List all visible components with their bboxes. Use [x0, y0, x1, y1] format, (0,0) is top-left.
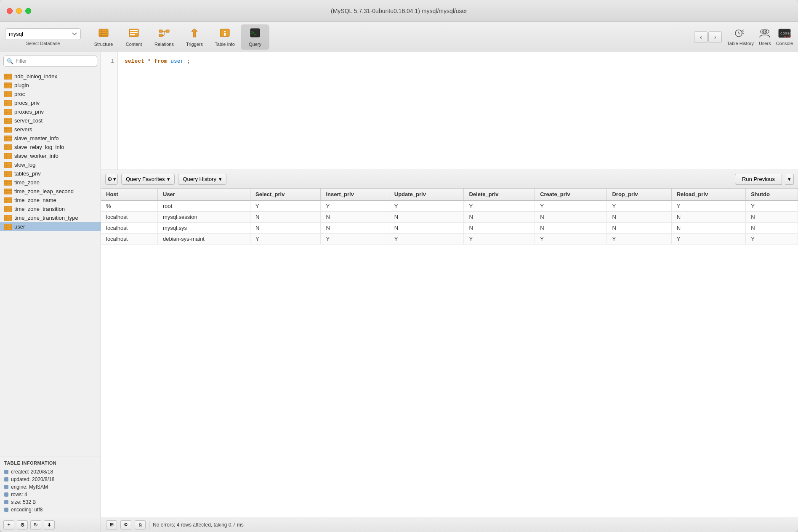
sidebar-item[interactable]: slave_master_info — [0, 134, 101, 143]
sidebar-item-user[interactable]: user — [0, 222, 101, 231]
col-header-insert-priv[interactable]: Insert_priv — [321, 189, 389, 200]
col-header-update-priv[interactable]: Update_priv — [389, 189, 464, 200]
table-info-encoding: encoding: utf8 — [11, 507, 43, 513]
col-header-drop-priv[interactable]: Drop_priv — [607, 189, 671, 200]
run-previous-dropdown-button[interactable]: ▾ — [785, 174, 794, 185]
filter-input[interactable] — [3, 56, 97, 66]
traffic-lights — [7, 8, 31, 14]
sidebar-item-label: slave_worker_info — [14, 153, 59, 159]
col-header-reload-priv[interactable]: Reload_priv — [671, 189, 745, 200]
forward-button[interactable]: › — [708, 31, 722, 43]
results-table-wrap[interactable]: Host User Select_priv Insert_priv Update… — [101, 189, 798, 517]
sidebar-item[interactable]: ndb_binlog_index — [0, 72, 101, 81]
sidebar-item-label: time_zone_leap_second — [14, 188, 74, 194]
db-select[interactable]: mysql — [5, 28, 81, 40]
col-header-select-priv[interactable]: Select_priv — [250, 189, 321, 200]
svg-text:>_: >_ — [251, 31, 257, 35]
svg-rect-7 — [130, 32, 138, 33]
minimize-button[interactable] — [16, 8, 22, 14]
sidebar-item[interactable]: server_cost — [0, 116, 101, 125]
col-header-delete-priv[interactable]: Delete_priv — [464, 189, 535, 200]
run-previous-button[interactable]: Run Previous — [735, 174, 782, 185]
col-header-shutdo[interactable]: Shutdo — [746, 189, 798, 200]
table-info-label: Table Info — [215, 42, 235, 47]
sidebar-list: ndb_binlog_index plugin proc — [0, 70, 101, 457]
table-history-button[interactable]: Table History — [727, 28, 754, 46]
users-button[interactable]: Users — [759, 28, 771, 46]
sidebar-item[interactable]: procs_priv — [0, 98, 101, 107]
query-history-button[interactable]: Query History ▾ — [178, 174, 226, 185]
table-row[interactable]: %rootYYYYYYYY — [101, 200, 798, 212]
db-selector-container: mysql Select Database — [5, 28, 81, 46]
table-row[interactable]: localhostmysql.sessionNNNNNNNN — [101, 212, 798, 223]
col-header-user[interactable]: User — [158, 189, 250, 200]
sidebar-item[interactable]: slave_worker_info — [0, 152, 101, 160]
svg-line-23 — [739, 33, 740, 34]
query-button[interactable]: >_ Query — [241, 24, 269, 50]
table-cell: N — [389, 223, 464, 234]
sidebar-item[interactable]: time_zone_leap_second — [0, 187, 101, 196]
table-icon — [4, 180, 12, 186]
close-button[interactable] — [7, 8, 13, 14]
table-row[interactable]: localhostmysql.sysNNNNNNNN — [101, 223, 798, 234]
structure-button[interactable]: Structure — [89, 24, 118, 50]
sidebar-item[interactable]: slow_log — [0, 160, 101, 169]
table-cell: Y — [607, 200, 671, 212]
col-header-host[interactable]: Host — [101, 189, 158, 200]
status-gear-button[interactable]: ⚙ — [120, 520, 131, 529]
sidebar-item[interactable]: time_zone — [0, 178, 101, 187]
sidebar-item[interactable]: servers — [0, 125, 101, 134]
sidebar-item[interactable]: time_zone_transition_type — [0, 213, 101, 222]
sidebar-item[interactable]: tables_priv — [0, 169, 101, 178]
sidebar-item[interactable]: proxies_priv — [0, 107, 101, 116]
status-export-button[interactable]: ⎘ — [135, 520, 146, 529]
gear-settings-button[interactable]: ⚙ ▾ — [105, 174, 118, 185]
add-table-button[interactable]: ＋ — [3, 520, 14, 529]
back-button[interactable]: ‹ — [694, 31, 708, 43]
content-button[interactable]: Content — [120, 24, 148, 50]
table-cell: Y — [671, 200, 745, 212]
triggers-button[interactable]: Triggers — [180, 24, 209, 50]
content-label: Content — [126, 42, 142, 47]
table-row[interactable]: localhostdebian-sys-maintYYYYYYYY — [101, 234, 798, 245]
table-cell: Y — [535, 234, 607, 245]
sidebar-item[interactable]: proc — [0, 90, 101, 98]
status-image-button[interactable]: ⊞ — [106, 520, 117, 529]
console-button[interactable]: conso le off Console — [776, 28, 793, 46]
table-info-icon — [219, 27, 230, 41]
table-info-button[interactable]: Table Info — [210, 24, 239, 50]
sidebar-item[interactable]: plugin — [0, 81, 101, 90]
table-icon — [4, 153, 12, 159]
table-cell: Y — [464, 234, 535, 245]
table-cell: Y — [250, 234, 321, 245]
settings-button[interactable]: ⚙ — [17, 520, 28, 529]
svg-rect-58 — [4, 127, 12, 133]
refresh-button[interactable]: ↻ — [30, 520, 41, 529]
table-cell: Y — [389, 200, 464, 212]
filter-icon: 🔍 — [7, 58, 13, 64]
table-icon — [4, 136, 12, 141]
relations-button[interactable]: Relations — [150, 24, 178, 50]
sidebar-item-label: time_zone — [14, 179, 40, 186]
sidebar-item-label: slave_master_info — [14, 135, 59, 141]
query-textarea[interactable]: select * from user ; — [118, 52, 798, 170]
sidebar-item-label: time_zone_transition — [14, 206, 65, 212]
sidebar-item[interactable]: time_zone_name — [0, 196, 101, 205]
line-number-1: 1 — [101, 57, 117, 66]
filter-button[interactable]: ⬇ — [44, 520, 55, 529]
query-favorites-button[interactable]: Query Favorites ▾ — [121, 174, 175, 185]
table-info-size: size: 532 B — [11, 499, 36, 505]
maximize-button[interactable] — [25, 8, 31, 14]
table-icon — [4, 91, 12, 97]
table-cell: debian-sys-maint — [158, 234, 250, 245]
sidebar-item-label: ndb_binlog_index — [14, 73, 57, 80]
svg-rect-18 — [224, 33, 226, 36]
relations-label: Relations — [154, 42, 174, 47]
sidebar-item[interactable]: time_zone_transition — [0, 205, 101, 213]
sidebar-item-label: proxies_priv — [14, 109, 44, 115]
sidebar-item[interactable]: slave_relay_log_info — [0, 143, 101, 152]
table-cell: Y — [746, 200, 798, 212]
table-history-label: Table History — [727, 41, 754, 46]
table-cell: N — [671, 223, 745, 234]
col-header-create-priv[interactable]: Create_priv — [535, 189, 607, 200]
